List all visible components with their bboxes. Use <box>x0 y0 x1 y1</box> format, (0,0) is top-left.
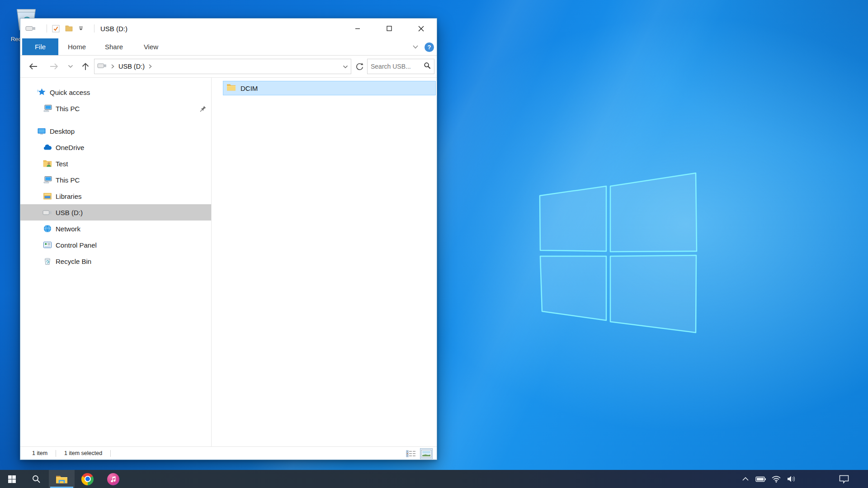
sidebar-item-this-pc-pinned[interactable]: This PC <box>20 100 211 117</box>
address-dropdown-chevron-icon[interactable] <box>343 62 348 70</box>
desktop-icon <box>37 127 47 136</box>
windows-logo <box>538 172 698 333</box>
start-button[interactable] <box>0 470 24 488</box>
volume-indicator[interactable] <box>784 470 799 488</box>
battery-indicator[interactable] <box>753 470 769 488</box>
address-bar[interactable]: USB (D:) <box>94 59 351 74</box>
sidebar-item-label: This PC <box>56 176 80 184</box>
sidebar-item-this-pc[interactable]: This PC <box>20 172 211 188</box>
forward-button[interactable] <box>47 62 61 70</box>
file-explorer-icon <box>56 474 68 484</box>
close-button[interactable] <box>405 19 437 38</box>
minimize-icon <box>355 26 360 31</box>
navigation-pane: Quick access This PC Desktop <box>20 78 212 446</box>
taskbar-itunes-button[interactable] <box>100 470 126 488</box>
maximize-icon <box>387 26 392 31</box>
status-separator <box>56 450 56 457</box>
title-bar[interactable]: USB (D:) <box>20 19 437 38</box>
sidebar-item-libraries[interactable]: Libraries <box>20 188 211 204</box>
refresh-button[interactable] <box>355 62 363 70</box>
customize-toolbar-dropdown-icon[interactable] <box>78 26 84 31</box>
details-view-icon <box>406 450 416 457</box>
search-icon[interactable] <box>424 62 431 71</box>
sidebar-item-label: OneDrive <box>56 144 84 151</box>
battery-icon <box>755 476 766 482</box>
quick-access-toolbar: USB (D:) <box>20 24 127 33</box>
sidebar-item-label: Recycle Bin <box>56 258 91 265</box>
new-folder-icon[interactable] <box>65 25 73 32</box>
sidebar-item-onedrive[interactable]: OneDrive <box>20 139 211 155</box>
sidebar-item-quick-access[interactable]: Quick access <box>20 84 211 100</box>
maximize-button[interactable] <box>373 19 405 38</box>
chrome-icon <box>81 473 94 485</box>
onedrive-cloud-icon <box>42 144 52 150</box>
breadcrumb-chevron-icon[interactable] <box>111 62 114 70</box>
search-box[interactable] <box>367 59 434 74</box>
sidebar-item-label: Desktop <box>50 127 75 135</box>
tray-expand-button[interactable] <box>738 470 753 488</box>
help-button[interactable]: ? <box>425 42 434 52</box>
details-view-button[interactable] <box>405 448 417 459</box>
windows-start-icon <box>8 475 16 483</box>
itunes-icon <box>107 473 119 485</box>
wifi-icon <box>771 475 781 483</box>
back-button[interactable] <box>27 62 40 70</box>
sidebar-item-test-user[interactable]: Test <box>20 155 211 172</box>
pc-icon <box>42 104 52 113</box>
up-button[interactable] <box>80 62 91 71</box>
taskbar <box>0 470 868 488</box>
sidebar-item-label: USB (D:) <box>56 209 83 216</box>
sidebar-item-desktop[interactable]: Desktop <box>20 123 211 139</box>
thumbnails-view-icon <box>421 450 432 458</box>
status-bar: 1 item 1 item selected <box>20 446 437 460</box>
sidebar-item-control-panel[interactable]: Control Panel <box>20 237 211 253</box>
tab-share[interactable]: Share <box>95 38 132 55</box>
pin-icon <box>200 105 207 112</box>
taskbar-search-button[interactable] <box>24 470 49 488</box>
breadcrumb-chevron-icon[interactable] <box>149 62 152 70</box>
file-name: DCIM <box>241 84 258 92</box>
action-center-button[interactable] <box>835 470 854 488</box>
window-controls <box>342 19 437 38</box>
navigation-bar: USB (D:) <box>20 56 437 78</box>
toolbar-separator <box>47 24 47 33</box>
thumbnails-view-button[interactable] <box>420 448 433 459</box>
recent-locations-chevron-icon[interactable] <box>66 65 75 68</box>
tab-file[interactable]: File <box>22 38 58 55</box>
control-panel-icon <box>42 241 52 249</box>
taskbar-file-explorer-button[interactable] <box>49 470 75 488</box>
system-tray <box>738 470 868 488</box>
taskbar-chrome-button[interactable] <box>75 470 100 488</box>
sidebar-item-label: Quick access <box>50 89 90 96</box>
search-icon <box>32 474 41 483</box>
tab-home[interactable]: Home <box>58 38 95 55</box>
file-row-dcim[interactable]: DCIM <box>223 81 436 95</box>
sidebar-item-label: Control Panel <box>56 241 97 249</box>
usb-drive-icon <box>42 210 52 216</box>
user-folder-icon <box>42 160 52 168</box>
expand-ribbon-chevron-icon[interactable] <box>412 43 419 51</box>
window-title: USB (D:) <box>100 25 127 33</box>
toolbar-separator <box>94 24 94 33</box>
sidebar-item-usb-drive[interactable]: USB (D:) <box>20 204 211 221</box>
sidebar-item-label: Libraries <box>56 192 82 200</box>
file-explorer-window: USB (D:) File Home Share View ? <box>20 18 437 460</box>
wifi-indicator[interactable] <box>769 470 784 488</box>
sidebar-item-network[interactable]: Network <box>20 221 211 237</box>
network-globe-icon <box>42 224 52 233</box>
sidebar-item-label: Network <box>56 225 80 233</box>
pc-icon <box>42 175 52 184</box>
star-icon <box>37 88 47 97</box>
file-list[interactable]: DCIM <box>212 78 437 446</box>
properties-icon[interactable] <box>52 25 60 33</box>
tab-view[interactable]: View <box>132 38 170 55</box>
address-usb-drive-icon <box>97 62 107 70</box>
item-count: 1 item <box>32 450 47 456</box>
sidebar-item-recycle-bin[interactable]: Recycle Bin <box>20 253 211 269</box>
folder-icon <box>226 84 236 93</box>
recycle-bin-icon <box>42 257 52 265</box>
chevron-up-icon <box>742 477 749 481</box>
minimize-button[interactable] <box>342 19 373 38</box>
breadcrumb[interactable]: USB (D:) <box>118 63 145 70</box>
search-input[interactable] <box>371 63 424 70</box>
